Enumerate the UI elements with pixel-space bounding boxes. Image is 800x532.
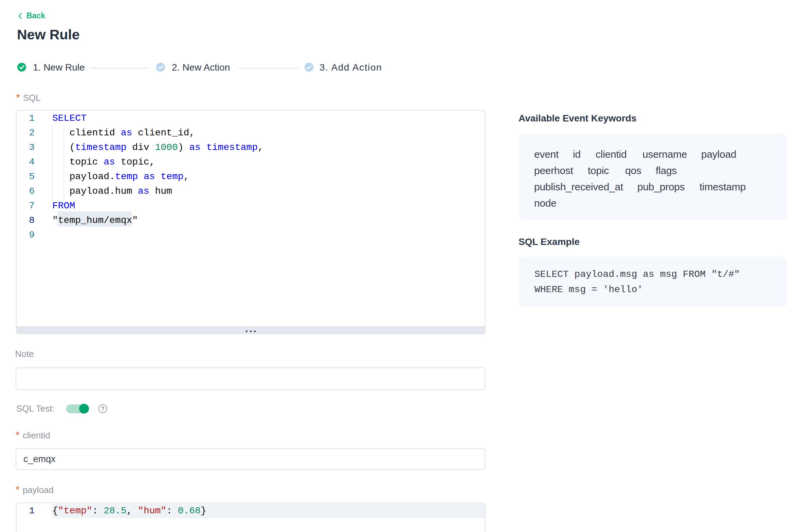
svg-text:?: ? [101, 405, 105, 412]
